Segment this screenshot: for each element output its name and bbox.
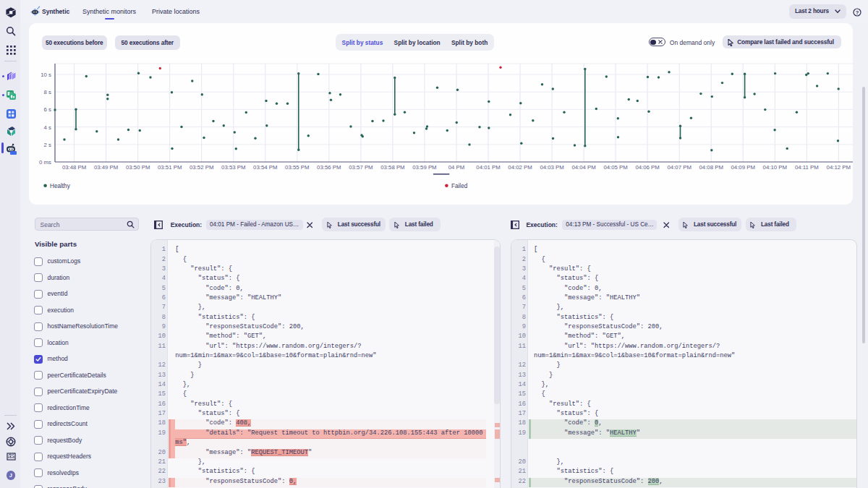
svg-text:03:58 PM: 03:58 PM [380,164,404,171]
svg-text:Healthy: Healthy [50,183,71,189]
svg-text:8 s: 8 s [44,89,52,95]
svg-text:03:50 PM: 03:50 PM [126,164,150,171]
svg-text:04:08 PM: 04:08 PM [699,164,723,171]
svg-text:03:59 PM: 03:59 PM [412,164,436,171]
svg-text:04:05 PM: 04:05 PM [603,164,627,171]
svg-text:4 s: 4 s [44,124,52,131]
svg-text:03:51 PM: 03:51 PM [158,164,182,171]
svg-text:04:04 PM: 04:04 PM [571,164,595,171]
svg-text:04:01 PM: 04:01 PM [476,164,500,171]
svg-text:03:52 PM: 03:52 PM [190,164,213,171]
svg-text:03:57 PM: 03:57 PM [349,164,373,171]
svg-text:03:55 PM: 03:55 PM [285,164,309,171]
svg-text:04 PM: 04 PM [448,164,465,171]
svg-text:03:53 PM: 03:53 PM [221,164,245,171]
svg-text:10 s: 10 s [41,72,51,78]
svg-text:04:12 PM: 04:12 PM [827,164,851,171]
svg-text:0 ms: 0 ms [39,159,51,166]
svg-text:03:54 PM: 03:54 PM [253,164,277,171]
svg-text:03:56 PM: 03:56 PM [317,164,341,171]
svg-text:04:10 PM: 04:10 PM [763,164,787,171]
svg-text:2 s: 2 s [44,142,52,148]
svg-text:04:09 PM: 04:09 PM [731,164,755,171]
svg-text:04:03 PM: 04:03 PM [540,164,563,171]
svg-text:04:02 PM: 04:02 PM [508,164,532,171]
svg-text:Failed: Failed [451,183,468,189]
svg-text:6 s: 6 s [44,106,52,113]
svg-text:04:11 PM: 04:11 PM [795,164,819,171]
svg-text:03:49 PM: 03:49 PM [94,164,118,171]
svg-text:03:48 PM: 03:48 PM [62,164,86,171]
svg-text:04:07 PM: 04:07 PM [668,164,692,171]
svg-text:04:06 PM: 04:06 PM [635,164,659,171]
